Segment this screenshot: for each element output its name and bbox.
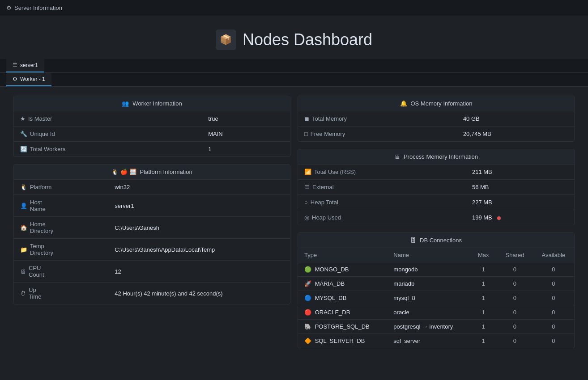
db-type-value: MARIA_DB: [315, 280, 345, 287]
heap-used-label: ◎ Heap Used: [298, 210, 374, 225]
db-max-cell: 1: [470, 305, 497, 320]
folder-icon: 📁: [20, 246, 27, 253]
hostname-value: server1: [108, 195, 290, 217]
circle-dot-icon: ◎: [304, 214, 309, 221]
server-tab-icon: ☰: [13, 62, 17, 68]
uptime-value: 42 Hour(s) 42 minute(s) and 42 second(s): [108, 283, 290, 304]
db-connections-panel: 🗄 DB Connections Type Name Max Shared Av…: [298, 232, 575, 348]
table-row: □ Free Memory 20,745 MB: [298, 127, 574, 142]
db-shared-cell: 0: [497, 320, 533, 334]
table-row: 🔧 Unique Id MAIN: [14, 127, 290, 142]
db-type-cell: 🐘 POSTGRE_SQL_DB: [298, 320, 387, 334]
worker-tab[interactable]: ⚙ Worker - 1: [6, 73, 51, 86]
table-row: ○ Heap Total 227 MB: [298, 195, 574, 210]
db-type-cell: 🚀 MARIA_DB: [298, 277, 387, 291]
col-name: Name: [387, 248, 470, 262]
is-master-label: ★ Is Master: [14, 111, 93, 126]
cpu-icon: 🖥: [20, 268, 26, 275]
db-available-cell: 0: [533, 334, 574, 348]
db-type-cell: 🔶 SQL_SERVER_DB: [298, 334, 387, 348]
table-row: 🔄 Total Workers 1: [14, 142, 290, 157]
table-row: 🐧 Platform win32: [14, 180, 290, 195]
free-memory-value: 20,745 MB: [457, 127, 574, 142]
total-rss-label: 📶 Total Use (RSS): [298, 165, 374, 179]
total-memory-value: 40 GB: [457, 111, 574, 127]
db-available-cell: 0: [533, 262, 574, 277]
top-bar: ⚙ Server Information: [0, 0, 588, 16]
db-type-icon: 🚀: [304, 280, 311, 287]
process-memory-table: 📶 Total Use (RSS) 211 MB ☰ External 56 M…: [298, 165, 574, 225]
left-panels: 👥 Worker Information ★ Is Master true 🔧: [13, 96, 290, 304]
platform-info-header: 🐧 🍎 🪟 Platform Information: [14, 165, 290, 180]
unique-id-label: 🔧 Unique Id: [14, 127, 93, 141]
table-row: ⏱ Up Time 42 Hour(s) 42 minute(s) and 42…: [14, 283, 290, 304]
os-memory-header: 🔔 OS Memory Information: [298, 96, 574, 111]
external-value: 56 MB: [466, 180, 574, 195]
total-workers-value: 1: [202, 142, 290, 157]
db-available-cell: 0: [533, 291, 574, 305]
right-panels: 🔔 OS Memory Information ◼ Total Memory 4…: [298, 96, 575, 348]
bell-icon: 🔔: [400, 100, 407, 107]
dashboard-icon: 📦: [216, 30, 236, 50]
db-available-cell: 0: [533, 305, 574, 320]
db-table-row: 🔶 SQL_SERVER_DB sql_server 1 0 0: [298, 334, 574, 348]
uptime-label: ⏱ Up Time: [14, 283, 54, 304]
table-row: 🖥 CPU Count 12: [14, 261, 290, 283]
heap-used-value: 199 MB: [466, 210, 574, 225]
star-icon: ★: [20, 115, 26, 122]
db-shared-cell: 0: [497, 277, 533, 291]
db-available-cell: 0: [533, 277, 574, 291]
db-table-row: 🚀 MARIA_DB mariadb 1 0 0: [298, 277, 574, 291]
unique-id-value: MAIN: [202, 127, 290, 142]
platform-value: win32: [108, 180, 290, 195]
db-name-cell: mariadb: [387, 277, 470, 291]
menu-icon: ☰: [304, 184, 310, 190]
external-label: ☰ External: [298, 180, 374, 194]
table-row: 🏠 Home Directory C:\Users\Ganesh: [14, 217, 290, 239]
col-max: Max: [470, 248, 497, 262]
worker-header-icon: 👥: [122, 100, 129, 107]
db-table-header-row: Type Name Max Shared Available: [298, 248, 574, 262]
db-type-icon: 🟢: [304, 266, 311, 273]
monitor-icon: 🖥: [394, 153, 400, 160]
db-table-row: 🟢 MONGO_DB mongodb 1 0 0: [298, 262, 574, 277]
db-type-cell: 🟢 MONGO_DB: [298, 262, 387, 277]
table-row: ☰ External 56 MB: [298, 180, 574, 195]
table-row: ◎ Heap Used 199 MB: [298, 210, 574, 225]
db-type-cell: 🔵 MYSQL_DB: [298, 291, 387, 305]
worker-info-panel: 👥 Worker Information ★ Is Master true 🔧: [13, 96, 290, 157]
db-max-cell: 1: [470, 291, 497, 305]
user-icon: 👤: [20, 203, 27, 209]
db-type-value: MONGO_DB: [315, 266, 349, 273]
db-shared-cell: 0: [497, 334, 533, 348]
col-type: Type: [298, 248, 387, 262]
db-max-cell: 1: [470, 262, 497, 277]
square-filled-icon: ◼: [304, 115, 309, 122]
db-name-cell: sql_server: [387, 334, 470, 348]
heap-total-label: ○ Heap Total: [298, 195, 374, 210]
worker-info-header: 👥 Worker Information: [14, 96, 290, 111]
dashboard-title: 📦 Nodes Dashboard: [0, 30, 588, 50]
home-icon: 🏠: [20, 224, 27, 231]
total-memory-label: ◼ Total Memory: [298, 111, 370, 126]
db-type-icon: 🐘: [304, 323, 311, 330]
hostname-label: 👤 Host Name: [14, 195, 54, 216]
top-bar-title: ⚙ Server Information: [6, 4, 62, 11]
db-type-value: ORACLE_DB: [315, 309, 350, 316]
temp-dir-value: C:\Users\Ganesh\AppData\Local\Temp: [108, 239, 290, 261]
circle-icon: ○: [304, 199, 308, 206]
platform-info-table: 🐧 Platform win32 👤 Host Name server1: [14, 180, 290, 304]
free-memory-label: □ Free Memory: [298, 127, 370, 141]
heading-area: 📦 Nodes Dashboard: [0, 16, 588, 59]
linux-icon: 🐧: [20, 184, 27, 190]
table-row: 👤 Host Name server1: [14, 195, 290, 217]
server-tab[interactable]: ☰ server1: [6, 59, 44, 72]
db-type-value: SQL_SERVER_DB: [315, 338, 365, 344]
db-max-cell: 1: [470, 334, 497, 348]
db-connections-header: 🗄 DB Connections: [298, 233, 574, 248]
home-dir-value: C:\Users\Ganesh: [108, 217, 290, 239]
db-table-row: 🐘 POSTGRE_SQL_DB postgresql → inventory …: [298, 320, 574, 334]
db-type-icon: 🔴: [304, 309, 311, 316]
is-master-value: true: [202, 111, 290, 127]
platform-header-icons: 🐧 🍎 🪟: [111, 169, 136, 175]
